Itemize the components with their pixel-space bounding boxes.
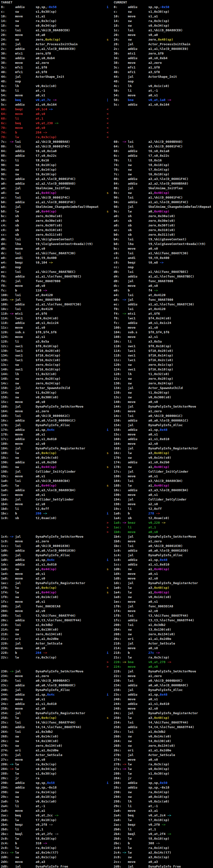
arrow-slot [122,460,128,465]
operands: DynaPolyInfo_SetActorMove [148,669,196,674]
operands: Actor_SetScale [148,753,175,757]
current-line: 250:lwa3,0x48(sp) [111,715,213,720]
operands: $f8,0x10(sp) [36,344,59,348]
mnemonic: lw [128,845,148,850]
diff-marker [107,88,111,93]
operands: a2,s0 [36,502,45,506]
diff-marker [107,785,111,790]
target-line: 9c:addiua3,a3,%lo(D_06001F4C) [0,177,107,181]
operands: Actor_SpawnAsChild [36,385,70,390]
mnemonic: sw [15,23,36,28]
current-line: 1a0:b278 ~> [111,511,213,516]
branch-arrow: ~> [154,512,159,515]
operands: v0,at,278 ~> [148,660,171,664]
diff-marker [107,506,111,511]
operand-segment: a1,s0 [148,326,158,329]
arrow-slot [122,265,128,270]
arrow-slot [122,697,128,702]
current-line: 154:jalDynaPolyInfo_Alloc [111,423,213,427]
diff-marker [107,474,111,478]
asm-row: 184:jalDynaPolyInfo_RegisterActor168:jal… [0,446,213,451]
line-address: 1c0: [1,516,10,520]
mnemonic: move [128,502,148,506]
operands: a1,s0 [148,325,158,330]
arrow-slot [10,93,15,98]
mnemonic: beq [15,121,36,125]
line-address: 274: [114,757,122,762]
mnemonic: lui [128,307,148,311]
operands: a3,a3,%lo(D_80A88CB4) [148,488,188,492]
arrow-slot [122,813,128,818]
operands: a1,sp,0x48 [148,427,167,432]
mnemonic: move [15,697,36,702]
asm-row: 114:lwc1$f4,0x24(s0)f8:lwc1$f4,0x24(s0) [0,316,213,320]
operand-segment: a1,a1,%lo(func_80A87C30) [148,303,194,306]
line-address: 198: [1,469,10,474]
operands: a1,a1,%lo(func_80A87BEC) [36,274,81,279]
diff-marker [107,609,111,613]
arrow-slot [122,622,128,627]
operand-segment: 0x48 [160,693,167,696]
current-line: 244:addiua1,s1,0x810 [111,702,213,706]
operands: DynaPolyInfo_SetActorMove [148,534,196,539]
mnemonic: addiu [15,548,36,553]
operand-segment: sp,sp,-0x18 [36,785,57,789]
asm-row: 1fc:movea0,s11ec:movea0,s1 [0,599,213,604]
line-address: 160: [114,437,122,441]
arrow-slot [122,655,128,660]
mnemonic: addiu [128,153,148,158]
branch-arrow: ~> [47,107,53,111]
line-address: 16c: [1,418,10,423]
mnemonic: addiu [15,46,36,51]
diff-marker: s [107,585,111,590]
target-line: 184:jalDynaPolyInfo_RegisterActor [0,446,107,451]
operand-segment: v0,0x300(s0) [148,395,171,399]
mnemonic: li [15,158,36,163]
mnemonic: sw [15,595,36,599]
diff-marker [107,595,111,599]
diff-marker [107,232,111,237]
operand-segment: $f16,0x18(sp) [148,368,173,371]
line-address: 1b8: [114,539,122,544]
current-line: 130:swzero,0x24(sp) [111,381,213,385]
target-line: 1c4:~>jalDynaPolyInfo_SetActorMove [0,534,107,539]
current-line: 88:jalSkelAnime_InitFlex [111,186,213,190]
operands: a1,0x44(sp) [36,483,57,488]
line-address: b4: [114,237,122,242]
current-line: 160:addiua1,s1,0x810 [111,437,213,441]
arrow-slot [122,715,128,720]
mnemonic: move [128,325,148,330]
asm-row: 27c:movea0,s0274:movea0,s0 [0,757,213,762]
arrow-slot [10,5,15,9]
operand-segment: a1,zero [148,409,162,413]
line-address: 98: [114,205,122,209]
diff-marker: < [107,121,111,125]
target-line: a0:addiua2,a2,%lo(D_0600B9A8) [0,181,107,186]
arrow-slot [122,808,128,813]
arrow-slot [10,590,15,595]
target-line: ec:luia1,%hi(func_80A87BEC) [0,270,107,274]
arrow-slot [122,79,128,84]
current-line: 258:addiut4,t4,%lo(func_80A87F44) [111,725,213,730]
asm-row: 2a8:movea3,a12a0:movea3,a1 [0,808,213,813]
mnemonic: addiu [128,488,148,492]
diff-marker [107,455,111,460]
diff-marker: s [107,465,111,469]
arrow-slot [122,488,128,492]
mnemonic: mfc1 [15,65,36,70]
current-line: 198:movea2,s0 [111,502,213,506]
mnemonic: move [15,539,36,544]
mnemonic: addiu [128,548,148,553]
operand-segment: $f10,0x28(s0) [148,349,173,352]
operands: SkelAnime_ChangeAnimDefaultRepeat [36,205,99,209]
operand-segment: a3,a1 [148,809,158,812]
current-line: 220:~>bnev0,at,278 ~> [111,660,213,664]
diff-marker [107,60,111,65]
operand-segment: 0x4c(sp) [41,586,57,590]
operand-segment: Collider_SetCylinder [148,498,187,501]
line-address: 20c: [1,618,10,622]
operands: a1,0x44(sp) [36,590,57,595]
operand-segment: a1,s1,0x810 [148,702,169,706]
current-line: e4:luiat,0x4120 [111,293,213,297]
operands: a0,s0 [36,400,45,404]
